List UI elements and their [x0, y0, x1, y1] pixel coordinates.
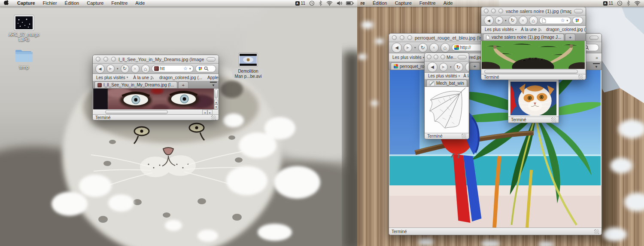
reload-button[interactable]: ↻: [121, 65, 129, 73]
close-button[interactable]: [392, 35, 397, 40]
new-tab-button[interactable]: +: [470, 62, 480, 70]
vertical-scrollbar[interactable]: ▲ ▼: [214, 89, 218, 109]
wifi-icon[interactable]: [326, 0, 333, 6]
firefox-window-vache[interactable]: vache salers noire (1).jpg (Image ... ◀ …: [481, 6, 586, 80]
volume-icon[interactable]: [337, 0, 342, 6]
bookmark-a-la[interactable]: À la: [463, 74, 469, 78]
history-dropdown-icon[interactable]: ▾: [505, 19, 507, 22]
zoom-button[interactable]: [498, 9, 503, 13]
zoom-button[interactable]: [407, 35, 412, 40]
reload-button[interactable]: ↻: [508, 16, 517, 25]
resize-grip[interactable]: [578, 75, 583, 80]
stop-button[interactable]: ✕: [429, 43, 439, 52]
titlebar[interactable]: Me...: [425, 53, 469, 62]
url-field[interactable]: htt ☆ ▾: [152, 65, 194, 72]
stop-button[interactable]: ✕: [465, 62, 469, 72]
resize-grip[interactable]: [462, 134, 466, 138]
horizontal-scrollbar[interactable]: [482, 69, 585, 74]
bookmark-star-icon[interactable]: ☆: [561, 18, 565, 23]
zoom-button[interactable]: [440, 55, 445, 59]
menu-fichier[interactable]: Fichier: [39, 0, 61, 6]
stop-button[interactable]: ✕: [519, 16, 528, 25]
bookmark-dragon-colored[interactable]: dragon_colored.jpg (...: [546, 27, 586, 32]
forward-button[interactable]: ▶: [106, 65, 115, 73]
forward-button[interactable]: ▶: [439, 63, 448, 71]
reload-button[interactable]: ↻: [418, 43, 428, 52]
battery-icon[interactable]: [346, 0, 354, 6]
bluetooth-icon[interactable]: [626, 0, 630, 6]
menu-edition[interactable]: Édition: [61, 0, 83, 6]
home-button[interactable]: ⌂: [141, 65, 150, 73]
url-dropdown-icon[interactable]: ▾: [189, 67, 191, 71]
back-button[interactable]: ◀: [95, 64, 105, 74]
url-field[interactable]: ☆ ▾: [539, 17, 571, 24]
toolbar-toggle-button[interactable]: [207, 57, 216, 62]
tab-vache[interactable]: vache salers noire (1).jpg (Image J...: [483, 34, 564, 40]
new-tab-button[interactable]: +: [178, 81, 188, 88]
close-button[interactable]: [96, 57, 100, 62]
tab-dreams[interactable]: I_ll_See_You_in_My_Dreams.jpg (I...: [94, 81, 177, 88]
resize-grip[interactable]: [594, 229, 599, 234]
firefox-window-dreams[interactable]: I_ll_See_You_in_My_Dreams.jpg (Image JPE…: [92, 55, 219, 120]
list-all-tabs-icon[interactable]: ▼: [593, 63, 600, 70]
bookmark-dragon-colored[interactable]: dragon_colored.jpg (...: [159, 75, 202, 80]
stop-button[interactable]: ✕: [131, 65, 140, 73]
bookmark-a-la-une[interactable]: À la une: [521, 27, 542, 32]
toolbar-toggle-button[interactable]: [458, 55, 467, 59]
new-tab-button[interactable]: +: [565, 34, 575, 40]
page-content-eyes[interactable]: [93, 89, 214, 109]
apple-menu[interactable]: [0, 0, 13, 7]
time-machine-icon[interactable]: [617, 0, 623, 6]
resize-grip[interactable]: [211, 115, 216, 120]
menu-capture[interactable]: Capture: [391, 0, 416, 6]
toolbar-toggle-button[interactable]: [589, 36, 598, 40]
forward-button[interactable]: ▶: [404, 43, 412, 52]
minimize-button[interactable]: [400, 35, 404, 40]
resize-grip[interactable]: [551, 117, 556, 122]
back-button[interactable]: ◀: [427, 62, 437, 72]
wifi-icon[interactable]: [634, 0, 641, 6]
scroll-down-button[interactable]: ▼: [214, 105, 218, 109]
close-button[interactable]: [427, 55, 431, 59]
menu-aide[interactable]: Aide: [131, 0, 149, 6]
input-menu[interactable]: A11: [603, 1, 613, 6]
bookmark-les-plus-visites[interactable]: Les plus visités▾: [96, 75, 128, 80]
back-button[interactable]: ◀: [484, 15, 494, 25]
page-content-cow[interactable]: [482, 41, 585, 69]
bluetooth-icon[interactable]: [319, 0, 322, 6]
horizontal-scrollbar[interactable]: ◂ ▸: [93, 109, 218, 114]
minimize-button[interactable]: [434, 55, 438, 59]
app-menu-partial[interactable]: re: [357, 0, 369, 6]
page-content-wing[interactable]: [425, 87, 468, 133]
time-machine-icon[interactable]: [309, 0, 315, 6]
tab-mech[interactable]: Mech_bat_wings.jp...: [426, 80, 467, 86]
menu-fenetre[interactable]: Fenêtre: [416, 0, 440, 6]
firefox-window-mech[interactable]: Me... ◀ ▶ ▾ ↻ ✕ Les plus visités▾ À la M…: [424, 52, 469, 139]
desktop-icon-demolition-avi[interactable]: DemolitionMan p...be.avi: [230, 52, 266, 80]
bookmark-les-plus-visites[interactable]: Les plus visités▾: [392, 55, 424, 60]
bookmarks-overflow-chevron[interactable]: »: [595, 55, 598, 60]
bookmark-a-la-une[interactable]: À la une: [133, 75, 154, 80]
firefox-window-cat-fragment[interactable]: Terminé: [508, 80, 559, 123]
bookmark-les-plus-visites[interactable]: Les plus visités▾: [428, 74, 460, 78]
forward-button[interactable]: ▶: [495, 16, 503, 25]
desktop-icon-arc-jpg[interactable]: ARC_37_margot.JPG: [7, 15, 41, 43]
toolbar-toggle-button[interactable]: [574, 9, 583, 13]
zoom-button[interactable]: [111, 57, 116, 62]
home-button[interactable]: ⌂: [440, 43, 450, 52]
history-dropdown-icon[interactable]: ▾: [414, 46, 416, 49]
menu-aide[interactable]: Aide: [440, 0, 457, 6]
minimize-button[interactable]: [491, 9, 496, 13]
search-field[interactable]: [195, 65, 216, 72]
menu-fenetre[interactable]: Fenêtre: [107, 0, 131, 6]
menu-app-capture[interactable]: Capture: [13, 0, 39, 6]
bookmark-star-icon[interactable]: ☆: [183, 66, 188, 71]
history-dropdown-icon[interactable]: ▾: [450, 65, 452, 69]
titlebar[interactable]: vache salers noire (1).jpg (Image ...: [481, 7, 586, 15]
home-button[interactable]: ⌂: [529, 16, 538, 25]
page-content-cat[interactable]: [510, 81, 557, 116]
url-dropdown-icon[interactable]: ▾: [567, 19, 568, 22]
bookmark-les-plus-visites[interactable]: Les plus visités▾: [485, 27, 516, 32]
desktop-icon-temp-folder[interactable]: temp: [7, 47, 41, 70]
titlebar[interactable]: I_ll_See_You_in_My_Dreams.jpg (Image JPE…: [93, 55, 219, 64]
